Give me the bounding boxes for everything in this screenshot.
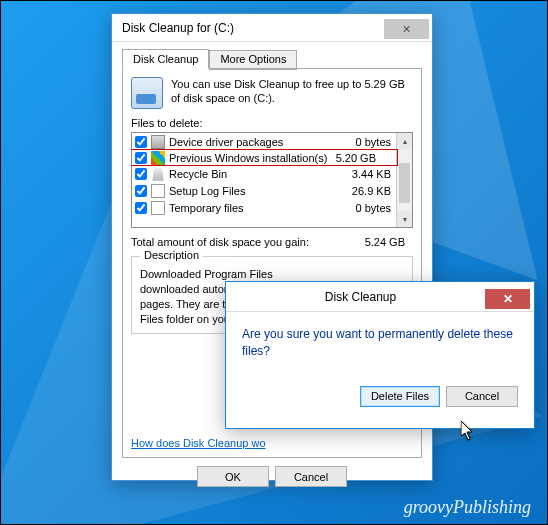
checkbox-setup-logs[interactable]: [135, 185, 147, 197]
file-name: Temporary files: [169, 202, 356, 214]
main-titlebar[interactable]: Disk Cleanup for (C:) ✕: [112, 14, 432, 42]
total-value: 5.24 GB: [365, 236, 413, 248]
checkbox-temp-files[interactable]: [135, 202, 147, 214]
file-icon: [151, 201, 165, 215]
file-name: Previous Windows installation(s): [169, 152, 336, 164]
scroll-down-icon[interactable]: ▾: [397, 211, 412, 227]
file-size: 5.20 GB: [336, 152, 394, 164]
checkbox-recycle-bin[interactable]: [135, 168, 147, 180]
file-row-recycle-bin[interactable]: Recycle Bin 3.44 KB: [132, 165, 412, 182]
watermark: groovyPublishing: [404, 497, 531, 518]
driver-icon: [151, 135, 165, 149]
ok-button[interactable]: OK: [197, 466, 269, 487]
tab-more-options[interactable]: More Options: [209, 50, 297, 70]
checkbox-device-drivers[interactable]: [135, 136, 147, 148]
file-icon: [151, 184, 165, 198]
main-title: Disk Cleanup for (C:): [122, 21, 234, 35]
intro-text: You can use Disk Cleanup to free up to 5…: [171, 77, 413, 109]
file-row-device-drivers[interactable]: Device driver packages 0 bytes: [132, 133, 412, 150]
close-icon[interactable]: ✕: [384, 19, 429, 39]
scroll-up-icon[interactable]: ▴: [397, 133, 412, 149]
confirm-message: Are you sure you want to permanently del…: [242, 326, 518, 360]
confirm-dialog: Disk Cleanup ✕ Are you sure you want to …: [225, 281, 535, 429]
delete-files-button[interactable]: Delete Files: [360, 386, 440, 407]
file-name: Device driver packages: [169, 136, 356, 148]
file-name: Recycle Bin: [169, 168, 352, 180]
recycle-bin-icon: [151, 167, 165, 181]
file-row-previous-windows[interactable]: Previous Windows installation(s) 5.20 GB: [131, 149, 398, 166]
help-link[interactable]: How does Disk Cleanup wo: [131, 437, 266, 449]
total-label: Total amount of disk space you gain:: [131, 236, 309, 248]
file-list-scrollbar[interactable]: ▴ ▾: [396, 133, 412, 227]
cancel-button[interactable]: Cancel: [275, 466, 347, 487]
file-row-setup-logs[interactable]: Setup Log Files 26.9 KB: [132, 182, 412, 199]
file-name: Setup Log Files: [169, 185, 352, 197]
disk-cleanup-icon: [131, 77, 163, 109]
windows-icon: [151, 151, 165, 165]
confirm-cancel-button[interactable]: Cancel: [446, 386, 518, 407]
confirm-title: Disk Cleanup: [236, 290, 485, 304]
confirm-titlebar[interactable]: Disk Cleanup ✕: [226, 282, 534, 312]
file-list: Device driver packages 0 bytes Previous …: [131, 132, 413, 228]
file-row-temp-files[interactable]: Temporary files 0 bytes: [132, 199, 412, 216]
description-legend: Description: [140, 249, 203, 261]
tab-disk-cleanup[interactable]: Disk Cleanup: [122, 49, 209, 69]
tab-strip: Disk Cleanup More Options: [122, 48, 422, 68]
files-to-delete-label: Files to delete:: [131, 117, 413, 129]
checkbox-previous-windows[interactable]: [135, 152, 147, 164]
scroll-thumb[interactable]: [399, 163, 410, 203]
close-icon[interactable]: ✕: [485, 289, 530, 309]
